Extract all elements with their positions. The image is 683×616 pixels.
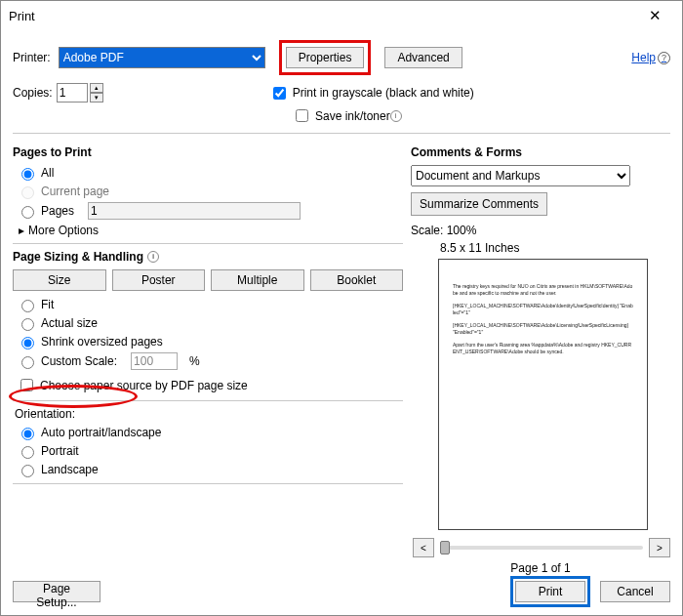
comments-forms-title: Comments & Forms [411,145,670,159]
custom-scale-input[interactable] [131,352,178,370]
dims-label: 8.5 x 11 Inches [440,241,670,255]
scale-label: Scale: 100% [411,224,670,237]
radio-portrait[interactable] [21,446,34,459]
page-slider[interactable] [440,546,643,550]
advanced-button[interactable]: Advanced [384,47,462,68]
summarize-comments-button[interactable]: Summarize Comments [411,192,547,216]
save-ink-checkbox[interactable]: Save ink/toner [292,106,390,125]
grayscale-checkbox[interactable]: Print in grayscale (black and white) [269,84,474,103]
help-icon: ? [658,52,670,64]
print-button[interactable]: Print [515,581,585,602]
copies-up-button[interactable]: ▲ [90,83,103,93]
close-icon[interactable]: ✕ [635,7,674,24]
pages-input[interactable] [88,202,301,220]
booklet-button[interactable]: Booklet [310,269,404,291]
radio-actual[interactable] [21,318,34,331]
radio-pages[interactable] [21,206,34,219]
highlight-properties: Properties [279,40,372,75]
sizing-title: Page Sizing & Handling [13,250,143,264]
multiple-button[interactable]: Multiple [211,269,304,291]
radio-custom-scale[interactable] [21,356,34,369]
properties-button[interactable]: Properties [286,47,365,68]
next-page-button[interactable]: > [649,538,670,557]
info-icon: i [147,251,159,263]
highlight-print: Print [510,576,590,607]
help-link[interactable]: Help ? [631,51,670,64]
copies-input[interactable] [57,83,88,103]
poster-button[interactable]: Poster [112,269,206,291]
cancel-button[interactable]: Cancel [600,581,670,602]
printer-select[interactable]: Adobe PDF [59,47,265,68]
page-indicator: Page 1 of 1 [411,561,670,575]
copies-label: Copies: [13,86,53,100]
radio-fit[interactable] [21,300,34,312]
page-setup-button[interactable]: Page Setup... [13,581,100,602]
radio-shrink[interactable] [21,337,34,349]
more-options-toggle[interactable]: ▸More Options [19,224,403,237]
page-preview: The registry keys required for NUO on Ci… [438,259,648,530]
choose-paper-checkbox[interactable] [20,379,33,391]
titlebar: Print ✕ [1,1,682,30]
comments-select[interactable]: Document and Markups [411,165,630,186]
pages-to-print-title: Pages to Print [13,145,403,159]
info-icon: i [390,110,402,122]
radio-auto-orient[interactable] [21,428,34,440]
radio-all[interactable] [21,168,34,181]
size-button[interactable]: Size [13,269,106,291]
radio-current [21,186,34,199]
copies-down-button[interactable]: ▼ [90,93,103,103]
radio-landscape[interactable] [21,465,34,477]
orientation-title: Orientation: [15,407,403,421]
prev-page-button[interactable]: < [413,538,434,557]
window-title: Print [9,9,635,23]
print-dialog: Print ✕ Printer: Adobe PDF Properties Ad… [0,0,683,616]
printer-label: Printer: [13,51,51,64]
